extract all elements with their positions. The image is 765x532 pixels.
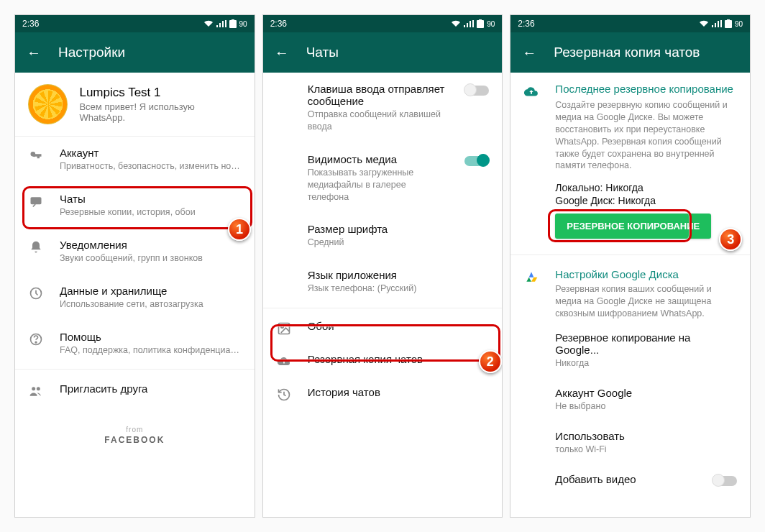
svg-point-7 [37, 387, 40, 391]
battery-icon [725, 19, 732, 28]
screen-settings: 2:36 90 ← Настройки Lumpics Test 1 Всем … [14, 14, 255, 518]
cloud-up-icon [523, 84, 539, 100]
status-bar: 2:36 90 [263, 15, 503, 32]
chat-icon [28, 194, 44, 208]
cloud-up-icon [276, 354, 292, 369]
row-backup-freq[interactable]: Резервное копирование на Google... Никог… [510, 323, 750, 378]
screen-chats: 2:36 90 ← Чаты Клавиша ввода отправляет … [262, 14, 503, 518]
battery-text: 90 [487, 20, 495, 28]
app-bar: ← Настройки [15, 32, 255, 73]
svg-rect-8 [477, 20, 484, 28]
svg-rect-1 [232, 19, 234, 21]
row-help[interactable]: Помощь FAQ, поддержка, политика конфиден… [15, 321, 255, 367]
status-icons: 90 [699, 19, 743, 28]
app-bar: ← Резервная копия чатов [510, 32, 750, 73]
content: Клавиша ввода отправляет сообщение Отпра… [263, 73, 503, 517]
from-facebook: from FACEBOOK [15, 426, 255, 445]
screen-backup: 2:36 90 ← Резервная копия чатов Последне… [510, 14, 751, 518]
toggle-video[interactable] [713, 476, 737, 486]
svg-rect-0 [229, 20, 237, 28]
clock: 2:36 [270, 19, 287, 29]
page-title: Резервная копия чатов [554, 45, 700, 60]
profile-status: Всем привет! Я использую WhatsApp. [79, 101, 241, 123]
back-icon[interactable]: ← [275, 45, 289, 61]
battery-text: 90 [239, 20, 247, 28]
svg-rect-10 [278, 324, 289, 334]
row-enter-sends[interactable]: Клавиша ввода отправляет сообщение Отпра… [263, 73, 503, 143]
section-gdrive: Настройки Google Диска Резервная копия в… [510, 258, 750, 323]
row-network[interactable]: Использовать только Wi-Fi [510, 421, 750, 464]
section-last-backup: Последнее резервное копирование Создайте… [510, 73, 750, 252]
row-account[interactable]: Аккаунт Приватность, безопасность, измен… [15, 137, 255, 183]
clock: 2:36 [518, 19, 534, 29]
row-media-visibility[interactable]: Видимость медиа Показывать загруженные м… [263, 143, 503, 214]
backup-title: Резервная копия чатов [308, 353, 490, 365]
status-bar: 2:36 90 [510, 15, 750, 32]
wifi-icon [203, 20, 214, 27]
help-sub: FAQ, поддержка, политика конфиденциаль..… [60, 344, 242, 357]
help-title: Помощь [60, 331, 242, 343]
help-icon [28, 332, 44, 347]
svg-point-6 [32, 387, 35, 391]
profile-name: Lumpics Test 1 [79, 86, 241, 100]
divider [510, 254, 750, 255]
gdrive-backup: Google Диск: Никогда [555, 195, 737, 206]
freq-title: Резервное копирование на Google... [555, 331, 737, 356]
svg-rect-9 [479, 19, 482, 21]
signal-icon [712, 20, 722, 27]
battery-icon [229, 19, 237, 28]
invite-title: Пригласить друга [60, 382, 242, 395]
toggle-media[interactable] [464, 156, 489, 166]
battery-text: 90 [735, 20, 743, 28]
row-chat-history[interactable]: История чатов [263, 377, 503, 411]
font-sub: Средний [308, 237, 490, 249]
people-icon [28, 384, 44, 398]
font-title: Размер шрифта [308, 223, 490, 235]
toggle-enter[interactable] [464, 86, 489, 96]
row-chats[interactable]: Чаты Резервные копии, история, обои [15, 183, 255, 229]
battery-icon [477, 19, 484, 28]
row-google-account[interactable]: Аккаунт Google Не выбрано [510, 378, 750, 421]
data-icon [28, 286, 44, 301]
page-title: Чаты [306, 45, 339, 60]
enter-sub: Отправка сообщений клавишей ввода [308, 109, 449, 133]
row-data[interactable]: Данные и хранилище Использование сети, а… [15, 275, 255, 321]
divider [15, 369, 255, 370]
divider [263, 308, 503, 308]
video-title: Добавить видео [555, 473, 697, 485]
data-sub: Использование сети, автозагрузка [60, 298, 242, 311]
lang-sub: Язык телефона: (Русский) [308, 283, 490, 295]
back-icon[interactable]: ← [522, 45, 536, 61]
row-font-size[interactable]: Размер шрифта Средний [263, 213, 503, 259]
svg-rect-13 [727, 19, 730, 21]
signal-icon [464, 20, 474, 27]
last-backup-desc: Создайте резервную копию сообщений и мед… [555, 99, 737, 172]
history-title: История чатов [308, 386, 490, 398]
status-bar: 2:36 90 [15, 15, 255, 32]
profile-row[interactable]: Lumpics Test 1 Всем привет! Я использую … [15, 73, 255, 137]
freq-sub: Никогда [555, 357, 737, 370]
acct-sub: Не выбрано [555, 400, 737, 413]
backup-button[interactable]: РЕЗЕРВНОЕ КОПИРОВАНИЕ [555, 214, 711, 239]
svg-rect-2 [31, 197, 42, 204]
svg-rect-12 [725, 20, 732, 28]
page-title: Настройки [58, 45, 125, 60]
media-title: Видимость медиа [308, 153, 449, 165]
gd-heading: Настройки Google Диска [555, 268, 737, 280]
content: Lumpics Test 1 Всем привет! Я использую … [15, 73, 255, 517]
row-invite[interactable]: Пригласить друга [15, 372, 255, 408]
enter-title: Клавиша ввода отправляет сообщение [308, 83, 449, 107]
content: Последнее резервное копирование Создайте… [510, 73, 750, 517]
net-sub: только Wi-Fi [555, 444, 737, 456]
back-icon[interactable]: ← [27, 45, 41, 61]
wifi-icon [451, 20, 461, 27]
notif-title: Уведомления [60, 239, 242, 251]
row-wallpaper[interactable]: Обои [263, 311, 503, 344]
row-app-language[interactable]: Язык приложения Язык телефона: (Русский) [263, 259, 503, 305]
row-notifications[interactable]: Уведомления Звуки сообщений, групп и зво… [15, 229, 255, 275]
account-sub: Приватность, безопасность, изменить номе… [60, 160, 242, 173]
row-include-video[interactable]: Добавить видео [510, 464, 750, 495]
clock: 2:36 [22, 19, 39, 29]
row-chat-backup[interactable]: Резервная копия чатов [263, 344, 503, 377]
key-icon [28, 148, 44, 162]
